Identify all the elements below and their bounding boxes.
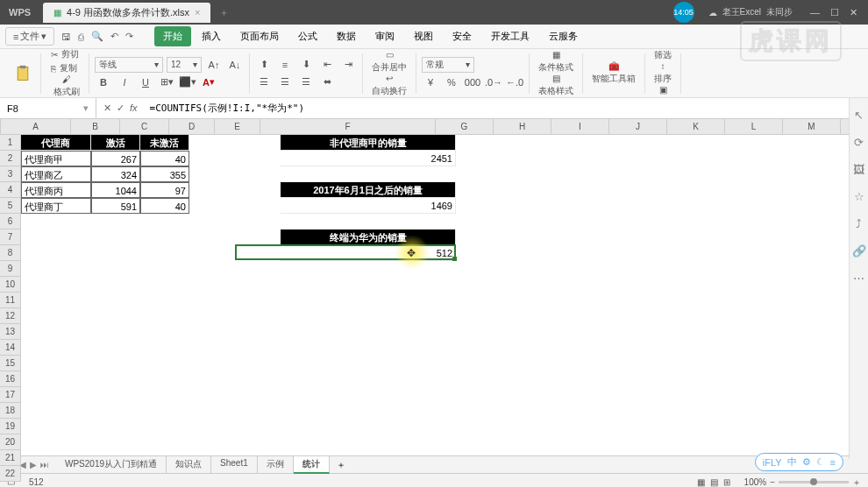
- align-top-icon[interactable]: ⬆: [255, 57, 273, 73]
- col-header[interactable]: D: [169, 119, 215, 134]
- font-combo[interactable]: 等线▾: [95, 57, 163, 73]
- table-style-button[interactable]: ▤表格样式: [535, 74, 577, 97]
- row-header[interactable]: 14: [0, 340, 20, 356]
- align-right-icon[interactable]: ☰: [297, 74, 315, 90]
- close-button[interactable]: ✕: [850, 7, 857, 18]
- paste-button[interactable]: [11, 65, 35, 82]
- select-tool-icon[interactable]: ↖: [854, 109, 864, 122]
- cell[interactable]: 终端为华为的销量: [281, 229, 456, 245]
- row-headers[interactable]: 12345678910111213141516171819202122: [0, 135, 21, 482]
- border-button[interactable]: ⊞▾: [158, 74, 175, 90]
- cell[interactable]: 1044: [91, 182, 140, 198]
- number-format-combo[interactable]: 常规▾: [422, 57, 474, 73]
- row-header[interactable]: 9: [0, 261, 20, 277]
- cell[interactable]: 代理商: [21, 135, 91, 151]
- minimize-button[interactable]: —: [810, 7, 820, 18]
- cell[interactable]: 代理商丁: [21, 198, 91, 214]
- row-header[interactable]: 7: [0, 229, 20, 245]
- cell[interactable]: 未激活: [140, 135, 189, 151]
- ribbon-tab-9[interactable]: 云服务: [540, 26, 587, 46]
- row-header[interactable]: 4: [0, 182, 20, 198]
- more-icon[interactable]: ⋯: [853, 272, 864, 285]
- ifly-menu-icon[interactable]: ≡: [830, 457, 836, 468]
- cell[interactable]: 591: [91, 198, 140, 214]
- ifly-gear-icon[interactable]: ⚙: [802, 456, 811, 468]
- cell[interactable]: 激活: [91, 135, 140, 151]
- col-header[interactable]: J: [609, 119, 667, 134]
- fill-button[interactable]: ▣填充: [651, 85, 675, 98]
- row-header[interactable]: 11: [0, 293, 20, 308]
- italic-button[interactable]: I: [116, 74, 133, 90]
- align-middle-icon[interactable]: ≡: [276, 57, 294, 73]
- comma-icon[interactable]: 000: [464, 74, 481, 90]
- row-header[interactable]: 10: [0, 277, 20, 293]
- save-icon[interactable]: 🖫: [61, 32, 71, 42]
- cell[interactable]: 97: [140, 182, 189, 198]
- cell[interactable]: 40: [140, 151, 189, 166]
- currency-icon[interactable]: ¥: [422, 74, 439, 90]
- col-header[interactable]: L: [725, 119, 783, 134]
- underline-button[interactable]: U: [137, 74, 154, 90]
- bold-button[interactable]: B: [95, 74, 112, 90]
- cut-button[interactable]: ✂剪切: [51, 49, 79, 60]
- cell[interactable]: 非代理商甲的销量: [281, 135, 456, 151]
- align-bottom-icon[interactable]: ⬇: [297, 57, 315, 73]
- preview-icon[interactable]: 🔍: [91, 31, 103, 42]
- gallery-icon[interactable]: 🖼: [853, 163, 864, 176]
- cell[interactable]: 355: [140, 166, 189, 182]
- row-header[interactable]: 18: [0, 403, 20, 419]
- row-header[interactable]: 13: [0, 324, 20, 340]
- row-header[interactable]: 15: [0, 356, 20, 371]
- col-header[interactable]: I: [551, 119, 609, 134]
- format-painter-button[interactable]: 🖌 格式刷: [50, 74, 83, 98]
- zoom-in-icon[interactable]: ＋: [852, 476, 861, 488]
- row-header[interactable]: 16: [0, 371, 20, 387]
- merge-split-icon[interactable]: ⬌: [318, 74, 336, 90]
- fx-icon[interactable]: fx: [130, 102, 138, 114]
- redo-icon[interactable]: ↷: [125, 31, 133, 42]
- row-header[interactable]: 1: [0, 135, 20, 151]
- file-tab[interactable]: ▦ 4-9 用函数做多条件计数.xlsx ×: [43, 3, 210, 23]
- dec-dec-icon[interactable]: ←.0: [506, 74, 523, 90]
- col-header[interactable]: F: [260, 119, 436, 134]
- cell[interactable]: 267: [91, 151, 140, 166]
- filter-button[interactable]: ▽筛选: [651, 49, 675, 61]
- row-header[interactable]: 19: [0, 419, 20, 434]
- ribbon-tab-2[interactable]: 页面布局: [231, 26, 288, 46]
- zoom-slider[interactable]: [779, 481, 849, 483]
- size-combo[interactable]: 12▾: [167, 57, 202, 73]
- col-header[interactable]: H: [494, 119, 551, 134]
- row-header[interactable]: 21: [0, 450, 20, 466]
- indent-inc-icon[interactable]: ⇥: [339, 57, 357, 73]
- col-header[interactable]: B: [71, 119, 120, 134]
- smart-tools-button[interactable]: 🧰智能工具箱: [588, 61, 639, 85]
- cancel-formula-icon[interactable]: ✕: [103, 102, 111, 114]
- indent-dec-icon[interactable]: ⇤: [318, 57, 336, 73]
- cell[interactable]: 1469: [281, 198, 456, 214]
- cell[interactable]: 324: [91, 166, 140, 182]
- ribbon-tab-4[interactable]: 数据: [328, 26, 365, 46]
- col-header[interactable]: C: [120, 119, 169, 134]
- col-header[interactable]: E: [215, 119, 260, 134]
- shrink-font-icon[interactable]: A↓: [226, 57, 244, 73]
- col-header[interactable]: A: [1, 119, 71, 134]
- col-header[interactable]: K: [667, 119, 725, 134]
- cond-format-button[interactable]: ▦条件格式: [535, 50, 577, 74]
- grow-font-icon[interactable]: A↑: [205, 57, 223, 73]
- confirm-formula-icon[interactable]: ✓: [117, 102, 125, 114]
- cell[interactable]: 512: [281, 245, 456, 261]
- row-header[interactable]: 6: [0, 214, 20, 229]
- align-left-icon[interactable]: ☰: [255, 74, 273, 90]
- link-icon[interactable]: 🔗: [852, 244, 866, 258]
- ribbon-tab-3[interactable]: 公式: [289, 26, 326, 46]
- row-header[interactable]: 5: [0, 198, 20, 214]
- ifly-moon-icon[interactable]: ☾: [816, 456, 825, 468]
- ribbon-tab-5[interactable]: 审阅: [366, 26, 403, 46]
- row-header[interactable]: 20: [0, 434, 20, 450]
- ribbon-tab-7[interactable]: 安全: [444, 26, 480, 46]
- maximize-button[interactable]: ☐: [830, 7, 839, 18]
- close-tab-icon[interactable]: ×: [195, 7, 200, 18]
- row-header[interactable]: 8: [0, 245, 20, 261]
- row-header[interactable]: 3: [0, 166, 20, 182]
- share-icon[interactable]: ⤴: [856, 217, 862, 230]
